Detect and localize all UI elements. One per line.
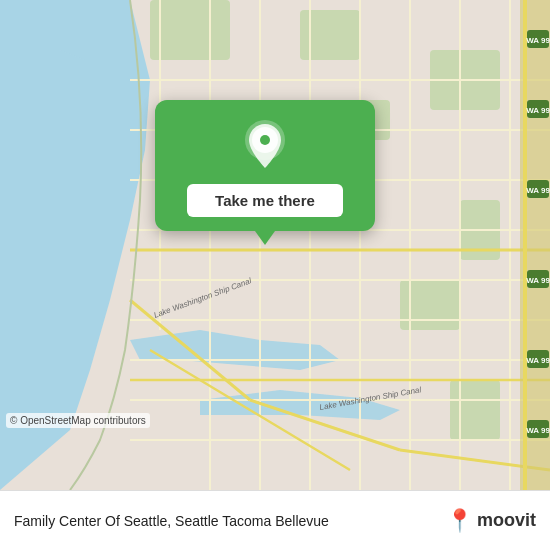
moovit-logo-text: moovit bbox=[477, 510, 536, 531]
popup-card: Take me there bbox=[155, 100, 375, 231]
take-me-there-button[interactable]: Take me there bbox=[187, 184, 343, 217]
location-pin-icon bbox=[237, 118, 293, 174]
svg-point-53 bbox=[260, 135, 270, 145]
svg-text:WA 99: WA 99 bbox=[526, 106, 550, 115]
svg-rect-5 bbox=[150, 0, 230, 60]
map-container: WA 99 WA 99 WA 99 WA 99 WA 99 WA 99 Lake… bbox=[0, 0, 550, 490]
place-name-label: Family Center Of Seattle, Seattle Tacoma… bbox=[14, 513, 436, 529]
svg-text:WA 99: WA 99 bbox=[526, 276, 550, 285]
moovit-pin-icon: 📍 bbox=[446, 508, 473, 534]
svg-text:WA 99: WA 99 bbox=[526, 356, 550, 365]
svg-rect-11 bbox=[450, 380, 500, 440]
moovit-logo: 📍 moovit bbox=[446, 508, 536, 534]
bottom-bar: Family Center Of Seattle, Seattle Tacoma… bbox=[0, 490, 550, 550]
map-attribution: © OpenStreetMap contributors bbox=[6, 413, 150, 428]
svg-text:WA 99: WA 99 bbox=[526, 426, 550, 435]
svg-text:WA 99: WA 99 bbox=[526, 36, 550, 45]
svg-text:WA 99: WA 99 bbox=[526, 186, 550, 195]
